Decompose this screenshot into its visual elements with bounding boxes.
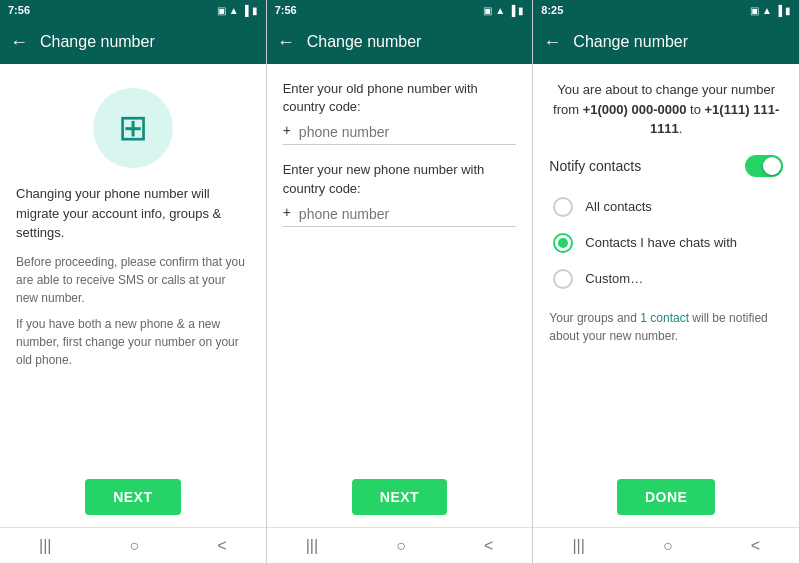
back-button-3[interactable]: ← — [543, 32, 561, 53]
nav-home-3[interactable]: ○ — [663, 537, 673, 555]
battery-icon: ▮ — [252, 5, 258, 16]
gallery-icon-3: ▣ — [750, 5, 759, 16]
status-bar-2: 7:56 ▣ ▲ ▐ ▮ — [267, 0, 533, 20]
back-button-2[interactable]: ← — [277, 32, 295, 53]
contact-link[interactable]: 1 contact — [640, 311, 689, 325]
nav-back-2[interactable]: < — [484, 537, 493, 555]
new-phone-input-row: + — [283, 204, 517, 227]
nav-menu-3[interactable]: ||| — [572, 537, 584, 555]
status-icons-2: ▣ ▲ ▐ ▮ — [483, 5, 524, 16]
status-icons-3: ▣ ▲ ▐ ▮ — [750, 5, 791, 16]
plus-sign-old: + — [283, 122, 291, 140]
status-time-1: 7:56 — [8, 4, 30, 16]
toggle-knob — [763, 157, 781, 175]
nav-home-2[interactable]: ○ — [396, 537, 406, 555]
status-time-2: 7:56 — [275, 4, 297, 16]
old-number: +1(000) 000-0000 — [583, 102, 687, 117]
wifi-icon-2: ▲ — [495, 5, 505, 16]
screen-2: 7:56 ▣ ▲ ▐ ▮ ← Change number Enter your … — [267, 0, 534, 563]
nav-bar-2: ||| ○ < — [267, 527, 533, 563]
nav-bar-3: ||| ○ < — [533, 527, 799, 563]
signal-icon-2: ▐ — [508, 5, 515, 16]
nav-menu-1[interactable]: ||| — [39, 537, 51, 555]
phone-icon: ⊞ — [118, 107, 148, 149]
radio-custom[interactable]: Custom… — [549, 261, 783, 297]
radio-label-custom: Custom… — [585, 271, 643, 286]
wifi-icon: ▲ — [229, 5, 239, 16]
main-description: Changing your phone number will migrate … — [16, 184, 250, 243]
signal-icon-3: ▐ — [775, 5, 782, 16]
nav-back-1[interactable]: < — [217, 537, 226, 555]
radio-label-chats: Contacts I have chats with — [585, 235, 737, 250]
status-icons-1: ▣ ▲ ▐ ▮ — [217, 5, 258, 16]
battery-icon-2: ▮ — [518, 5, 524, 16]
old-phone-input-row: + — [283, 122, 517, 145]
plus-sign-new: + — [283, 204, 291, 222]
bottom-area-1: NEXT — [0, 467, 266, 527]
bottom-area-2: NEXT — [267, 467, 533, 527]
bottom-area-3: DONE — [533, 467, 799, 527]
icon-wrapper: ⊞ — [16, 88, 250, 168]
next-button-1[interactable]: NEXT — [85, 479, 180, 515]
done-button[interactable]: DONE — [617, 479, 715, 515]
status-bar-3: 8:25 ▣ ▲ ▐ ▮ — [533, 0, 799, 20]
header-1: ← Change number — [0, 20, 266, 64]
nav-bar-1: ||| ○ < — [0, 527, 266, 563]
phone-icon-circle: ⊞ — [93, 88, 173, 168]
change-info: You are about to change your number from… — [549, 80, 783, 139]
header-title-2: Change number — [307, 33, 422, 51]
sub-text-1: Before proceeding, please confirm that y… — [16, 253, 250, 307]
notify-label: Notify contacts — [549, 158, 641, 174]
status-bar-1: 7:56 ▣ ▲ ▐ ▮ — [0, 0, 266, 20]
radio-circle-custom — [553, 269, 573, 289]
radio-label-all: All contacts — [585, 199, 651, 214]
sub-text-2: If you have both a new phone & a new num… — [16, 315, 250, 369]
content-3: You are about to change your number from… — [533, 64, 799, 467]
nav-home-1[interactable]: ○ — [130, 537, 140, 555]
groups-text: Your groups and 1 contact will be notifi… — [549, 309, 783, 345]
wifi-icon-3: ▲ — [762, 5, 772, 16]
content-1: ⊞ Changing your phone number will migrat… — [0, 64, 266, 467]
old-phone-label: Enter your old phone number with country… — [283, 80, 517, 116]
back-button-1[interactable]: ← — [10, 32, 28, 53]
screen-1: 7:56 ▣ ▲ ▐ ▮ ← Change number ⊞ Changing … — [0, 0, 267, 563]
gallery-icon-2: ▣ — [483, 5, 492, 16]
notify-toggle[interactable] — [745, 155, 783, 177]
content-2: Enter your old phone number with country… — [267, 64, 533, 467]
old-phone-input[interactable] — [299, 124, 516, 140]
battery-icon-3: ▮ — [785, 5, 791, 16]
status-time-3: 8:25 — [541, 4, 563, 16]
header-3: ← Change number — [533, 20, 799, 64]
header-2: ← Change number — [267, 20, 533, 64]
nav-menu-2[interactable]: ||| — [306, 537, 318, 555]
signal-icon: ▐ — [242, 5, 249, 16]
radio-dot-chats — [558, 238, 568, 248]
radio-all-contacts[interactable]: All contacts — [549, 189, 783, 225]
nav-back-3[interactable]: < — [751, 537, 760, 555]
header-title-1: Change number — [40, 33, 155, 51]
radio-circle-chats — [553, 233, 573, 253]
groups-prefix: Your groups and — [549, 311, 640, 325]
next-button-2[interactable]: NEXT — [352, 479, 447, 515]
header-title-3: Change number — [573, 33, 688, 51]
radio-circle-all — [553, 197, 573, 217]
new-phone-label: Enter your new phone number with country… — [283, 161, 517, 197]
gallery-icon: ▣ — [217, 5, 226, 16]
radio-chats-contacts[interactable]: Contacts I have chats with — [549, 225, 783, 261]
screen-3: 8:25 ▣ ▲ ▐ ▮ ← Change number You are abo… — [533, 0, 800, 563]
new-phone-input[interactable] — [299, 206, 516, 222]
info-suffix: . — [679, 121, 683, 136]
info-mid: to — [686, 102, 704, 117]
notify-row: Notify contacts — [549, 155, 783, 177]
